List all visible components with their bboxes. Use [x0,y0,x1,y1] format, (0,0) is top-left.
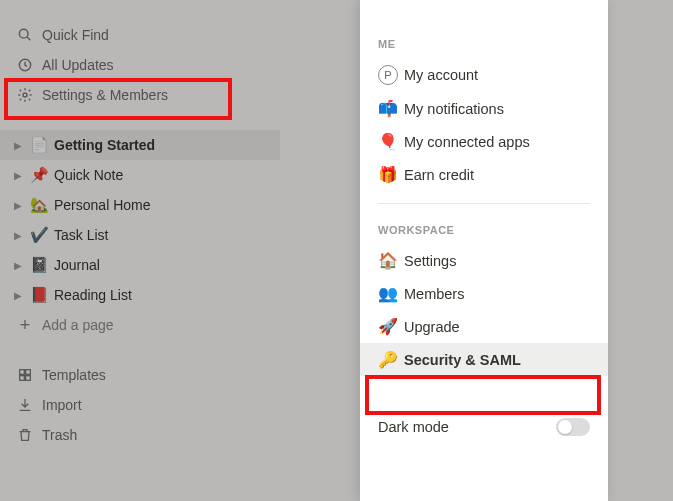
settings-panel: ME P My account 📫 My notifications 🎈 My … [360,0,608,501]
my-account-label: My account [404,67,478,83]
toggle-knob [558,420,572,434]
workspace-settings-item[interactable]: 🏠 Settings [360,244,608,277]
dark-mode-label: Dark mode [378,419,449,435]
members-item[interactable]: 👥 Members [360,277,608,310]
my-notifications-label: My notifications [404,101,504,117]
workspace-settings-label: Settings [404,253,456,269]
rocket-icon: 🚀 [378,317,404,336]
connected-apps-item[interactable]: 🎈 My connected apps [360,125,608,158]
earn-credit-label: Earn credit [404,167,474,183]
balloon-icon: 🎈 [378,132,404,151]
key-icon: 🔑 [378,350,404,369]
dark-mode-toggle[interactable] [556,418,590,436]
my-account-item[interactable]: P My account [360,58,608,92]
people-icon: 👥 [378,284,404,303]
house-icon: 🏠 [378,251,404,270]
mailbox-icon: 📫 [378,99,404,118]
dark-mode-row: Dark mode [360,404,608,436]
gift-icon: 🎁 [378,165,404,184]
section-workspace-label: WORKSPACE [360,216,608,244]
section-me-label: ME [360,30,608,58]
earn-credit-item[interactable]: 🎁 Earn credit [360,158,608,191]
upgrade-item[interactable]: 🚀 Upgrade [360,310,608,343]
avatar-icon: P [378,65,404,85]
my-notifications-item[interactable]: 📫 My notifications [360,92,608,125]
connected-apps-label: My connected apps [404,134,530,150]
divider [378,203,590,204]
members-label: Members [404,286,464,302]
security-saml-label: Security & SAML [404,352,521,368]
security-saml-item[interactable]: 🔑 Security & SAML [360,343,608,376]
upgrade-label: Upgrade [404,319,460,335]
